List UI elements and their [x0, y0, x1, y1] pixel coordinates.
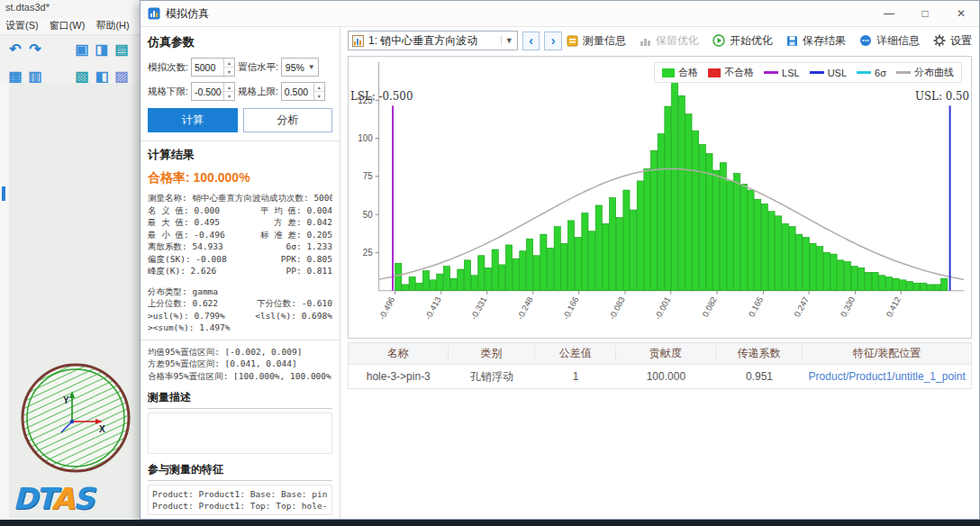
histogram-bar — [437, 274, 443, 291]
histogram-bar — [623, 190, 630, 291]
histogram-bar — [879, 276, 885, 291]
legend-item: LSL — [764, 68, 800, 78]
spin-down-icon[interactable]: ▾ — [314, 92, 324, 100]
simulation-panel: 仿真参数 模拟次数: 5000 ▴▾ 置信水平: 95% ▼ 规格下限: — [141, 27, 340, 519]
retain-optimize-button[interactable]: 保留优化 — [640, 33, 699, 49]
svg-text:-0.413: -0.413 — [423, 295, 443, 321]
logo-letter-a: A — [51, 481, 73, 516]
stat-right: PP: 0.811 — [286, 265, 332, 277]
stat-right: 下分位数: -0.610 — [257, 297, 332, 310]
clipboard-icon — [567, 35, 578, 47]
histogram-bar — [934, 285, 940, 291]
svg-text:0.247: 0.247 — [792, 295, 811, 318]
histogram-bar — [588, 231, 594, 291]
histogram-bar — [789, 227, 795, 291]
menu-window[interactable]: 窗口(W) — [50, 19, 86, 34]
prev-measure-button[interactable]: ‹ — [522, 32, 540, 50]
histogram-bar — [458, 269, 464, 291]
screen: st.dtas3d* 设置(S) 窗口(W) 帮助(H) ↶↷▣◨▤ ▦▥▧◧▨ — [0, 0, 980, 526]
spec-lower-spin-buttons[interactable]: ▴▾ — [223, 83, 234, 100]
window-layout-icon[interactable]: ▣ — [72, 39, 92, 59]
histogram-chart: 合格不合格LSLUSL6σ分布曲线 255075100125-0.496-0.4… — [348, 56, 972, 339]
histogram-bar — [776, 216, 782, 291]
stat-left: >usl(%): 0.799% — [148, 310, 225, 322]
background-window: st.dtas3d* 设置(S) 窗口(W) 帮助(H) ↶↷▣◨▤ ▦▥▧◧▨ — [0, 0, 144, 520]
window-controls: — □ ✕ — [871, 1, 979, 26]
features-box: Product: Product1: Base: Base: pin-3Prod… — [148, 485, 332, 515]
legend-label: USL — [828, 68, 847, 78]
sim-count-stepper[interactable]: 5000 ▴▾ — [191, 58, 235, 77]
spec-lower-value[interactable]: -0.500 — [192, 83, 223, 100]
spin-down-icon[interactable]: ▾ — [224, 68, 234, 76]
start-optimize-label: 开始优化 — [730, 33, 773, 49]
svg-text:-0.083: -0.083 — [607, 295, 627, 321]
feature-link[interactable]: Product/Product1/untitle_1_point — [803, 370, 971, 383]
不合格-swatch — [708, 68, 721, 77]
histogram-bar — [478, 256, 485, 291]
stat-row: 峰度(K): 2.626PP: 0.811 — [148, 265, 332, 277]
stat-row: 离散系数: 54.9336σ: 1.233 — [148, 240, 332, 253]
menu-settings[interactable]: 设置(S) — [5, 19, 39, 34]
settings-button[interactable]: 设置 — [933, 33, 972, 49]
histogram-bar — [720, 163, 726, 291]
stat-left: 名 义 值: 0.000 — [148, 204, 220, 217]
menubar: 设置(S) 窗口(W) 帮助(H) — [0, 18, 144, 35]
close-button[interactable]: ✕ — [943, 1, 979, 26]
legend-item: 6σ — [857, 68, 886, 78]
minimize-button[interactable]: — — [871, 1, 907, 26]
calculate-button[interactable]: 计算 — [148, 108, 238, 132]
sim-count-value[interactable]: 5000 — [192, 59, 223, 76]
measurement-select[interactable]: 1: 销中心垂直方向波动 ▼ — [348, 31, 518, 50]
histogram-bar — [422, 271, 429, 291]
background-window-title: st.dtas3d* — [0, 0, 144, 18]
spin-up-icon[interactable]: ▴ — [314, 83, 324, 92]
save-results-button[interactable]: 保存结果 — [786, 33, 846, 49]
stat-left: 峰度(K): 2.626 — [148, 265, 216, 277]
spec-upper-stepper[interactable]: 0.500 ▴▾ — [281, 82, 325, 101]
legend-item: 合格 — [662, 66, 698, 79]
stat-row: 最 小 值: -0.496标 准 差: 0.205 — [148, 229, 332, 241]
table-cell: 1 — [535, 370, 616, 383]
part-outer-ring — [23, 365, 129, 471]
sim-count-spin-buttons[interactable]: ▴▾ — [223, 59, 234, 76]
results-section-title: 计算结果 — [148, 147, 332, 163]
histogram-bar — [644, 168, 650, 290]
description-box[interactable] — [148, 413, 332, 454]
stat-row: 最 大 值: 0.495方 差: 0.042 — [148, 216, 332, 229]
spin-up-icon[interactable]: ▴ — [224, 83, 234, 92]
spin-down-icon[interactable]: ▾ — [224, 92, 234, 100]
feature-line: Product: Product1: Base: Base: pin-3 — [152, 488, 328, 500]
param-row-1: 模拟次数: 5000 ▴▾ 置信水平: 95% ▼ — [148, 58, 332, 77]
menu-help[interactable]: 帮助(H) — [95, 19, 129, 34]
svg-text:0.165: 0.165 — [747, 295, 766, 318]
start-optimize-button[interactable]: 开始优化 — [712, 33, 773, 49]
spec-upper-value[interactable]: 0.500 — [282, 83, 313, 100]
detail-info-button[interactable]: 详细信息 — [859, 33, 920, 49]
save-view-icon[interactable]: ▤ — [112, 39, 132, 59]
histogram-bar — [464, 260, 470, 291]
measure-info-button[interactable]: 测量信息 — [567, 33, 626, 49]
histogram-bar — [872, 272, 878, 290]
spin-up-icon[interactable]: ▴ — [224, 59, 234, 68]
stats-main: 测量名称: 销中心垂直方向波动成功次数: 5000名 义 值: 0.000平 均… — [148, 192, 332, 277]
analyze-button[interactable]: 分析 — [243, 108, 333, 132]
histogram-bar — [927, 285, 933, 291]
cad-viewport[interactable]: Y X DTAS — [9, 83, 144, 520]
chart-toolbar: 1: 销中心垂直方向波动 ▼ ‹ › 测量信息 — [340, 27, 979, 54]
maximize-button[interactable]: □ — [907, 1, 943, 26]
confidence-select[interactable]: 95% ▼ — [281, 58, 319, 77]
table-header-cell: 类别 — [449, 346, 536, 361]
next-measure-button[interactable]: › — [544, 32, 562, 50]
spec-lower-stepper[interactable]: -0.500 ▴▾ — [191, 82, 235, 101]
split-view-icon[interactable]: ◨ — [92, 39, 112, 59]
logo-letter-s: S — [73, 481, 93, 516]
svg-text:0.330: 0.330 — [839, 295, 858, 318]
confidence-label: 置信水平: — [238, 61, 278, 74]
redo-icon[interactable]: ↷ — [25, 39, 45, 59]
stat-row: 名 义 值: 0.000平 均 值: 0.004 — [148, 204, 332, 217]
undo-icon[interactable]: ↶ — [5, 39, 25, 59]
dialog-titlebar[interactable]: 模拟仿真 — □ ✕ — [141, 1, 979, 27]
stat-left: 最 小 值: -0.496 — [148, 229, 225, 241]
dtas-logo: DTAS — [13, 481, 93, 516]
spec-upper-spin-buttons[interactable]: ▴▾ — [313, 83, 324, 100]
